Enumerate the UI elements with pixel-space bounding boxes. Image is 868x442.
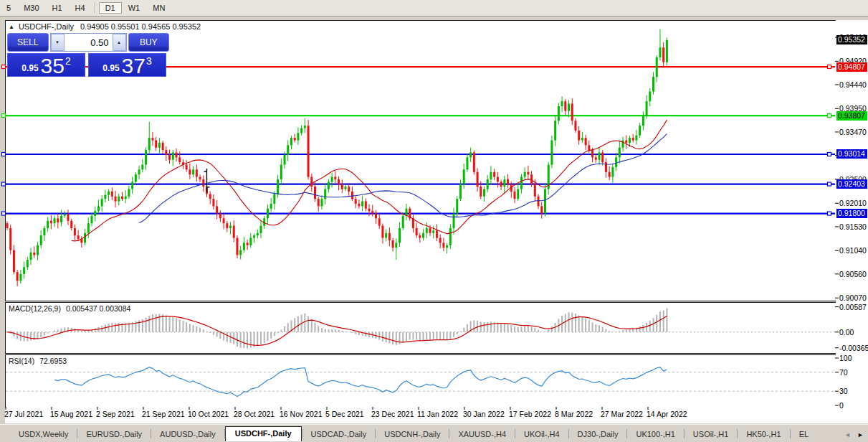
rsi-axis-label: 0	[839, 401, 844, 410]
rsi-value: 72.6953	[39, 357, 67, 365]
time-axis-label: 5 Dec 2021	[325, 410, 364, 418]
rsi-axis-label: 100	[839, 354, 852, 362]
buy-price-sup: 3	[146, 55, 152, 67]
buy-price-button[interactable]: 0.95 37 3	[88, 53, 166, 77]
sell-price-big: 35	[41, 56, 65, 76]
tabs-scroll-left-icon[interactable]: ◄	[844, 431, 851, 439]
time-axis-label: 2 Sep 2021	[96, 410, 135, 418]
rsi-plot	[6, 367, 835, 397]
rsi-axis-label: 30	[839, 387, 848, 395]
macd-plot	[6, 309, 835, 349]
chart-tab-hk50-h1[interactable]: HK50-,H1	[738, 428, 789, 441]
time-axis-label: 27 Mar 2022	[601, 410, 643, 418]
line-handle[interactable]	[2, 114, 6, 118]
trading-app-window: 5M30H1H4D1W1MN ▲USDCHF-,Daily 0.94905 0.…	[0, 0, 868, 442]
macd-name: MACD(12,26,9)	[9, 304, 61, 313]
chart-tab-usdcad-daily[interactable]: USDCAD-,Daily	[302, 428, 376, 441]
volume-stepper: ▼ ▲	[50, 33, 127, 52]
time-axis-label: 16 Nov 2021	[280, 410, 323, 418]
buy-price-big: 37	[122, 56, 146, 76]
line-handle[interactable]	[2, 65, 6, 69]
time-axis-label: 27 Jul 2021	[4, 410, 43, 418]
time-axis-label: 15 Aug 2021	[50, 410, 92, 418]
chart-tab-xauusd-h4[interactable]: XAUUSD-,H4	[449, 428, 515, 441]
price-grid-label: 0.90070	[839, 293, 867, 302]
chart-tab-el[interactable]: EL	[791, 428, 817, 441]
moving-average-line	[72, 120, 667, 241]
sell-button[interactable]: SELL	[7, 33, 49, 52]
time-axis-label: 30 Jan 2022	[463, 410, 505, 418]
hline-price-badge: 0.91800	[836, 209, 867, 218]
buy-button[interactable]: BUY	[128, 33, 170, 52]
line-handle[interactable]	[2, 182, 6, 186]
time-axis-label: 8 Mar 2022	[555, 410, 593, 418]
collapse-arrow-icon[interactable]: ▲	[9, 24, 14, 30]
buy-price-small: 0.95	[102, 63, 119, 73]
tabs-scroll-right-icon[interactable]: ►	[857, 431, 864, 439]
line-handle[interactable]	[828, 114, 831, 118]
sell-price-sup: 2	[65, 55, 71, 67]
macd-label: MACD(12,26,9) 0.005437 0.003084	[9, 304, 130, 313]
sell-price-small: 0.95	[22, 63, 38, 73]
price-grid-label: 0.90560	[839, 270, 867, 278]
rsi-name: RSI(14)	[9, 357, 34, 365]
time-axis-label: 10 Oct 2021	[188, 410, 229, 418]
price-grid-label: 0.91530	[839, 222, 867, 231]
volume-up-button[interactable]: ▲	[113, 34, 126, 51]
time-axis-label: 21 Sep 2021	[142, 410, 185, 418]
volume-input[interactable]	[65, 34, 113, 51]
horizontal-lines	[2, 65, 836, 216]
chart-title: ▲USDCHF-,Daily 0.94905 0.95501 0.94565 0…	[9, 22, 201, 31]
hline-price-badge: 0.94807	[836, 62, 867, 72]
chart-tab-dj30-daily[interactable]: DJ30-,Daily	[569, 428, 627, 441]
rsi-label: RSI(14) 72.6953	[9, 357, 67, 365]
hline-price-badge: 0.93014	[836, 149, 867, 159]
chart-tab-ukoil-h4[interactable]: UKOil-,H4	[515, 428, 568, 441]
rsi-axis-label: 70	[839, 368, 848, 377]
hline-price-badge: 0.93807	[836, 111, 867, 121]
time-axis-label: 11 Jan 2022	[417, 410, 458, 418]
chart-tab-usoil-h1[interactable]: USOil-,H1	[685, 428, 738, 441]
chart-tab-bar: USDX,WeeklyEURUSD-,DailyAUDUSD-,DailyUSD…	[0, 424, 868, 442]
chart-tab-usdcnh-daily[interactable]: USDCNH-,Daily	[376, 428, 449, 441]
price-grid-label: 0.93470	[839, 128, 867, 136]
volume-down-button[interactable]: ▼	[51, 34, 65, 51]
macd-values: 0.005437 0.003084	[66, 304, 131, 313]
line-handle[interactable]	[2, 212, 6, 215]
one-click-trade-panel: SELL ▼ ▲ BUY 0.95 35 2 0.95 37 3	[7, 33, 169, 77]
chart-tab-eurusd-daily[interactable]: EURUSD-,Daily	[77, 428, 151, 441]
chart-tab-usdx-weekly[interactable]: USDX,Weekly	[10, 428, 77, 441]
time-axis-label: 28 Oct 2021	[234, 410, 275, 418]
chart-tab-audusd-daily[interactable]: AUDUSD-,Daily	[151, 428, 224, 441]
line-handle[interactable]	[828, 152, 831, 156]
line-handle[interactable]	[828, 182, 831, 186]
ohlc-values: 0.94905 0.95501 0.94565 0.95352	[80, 22, 201, 31]
line-handle[interactable]	[828, 65, 831, 69]
macd-axis-label: -0.003659	[839, 344, 868, 352]
line-handle[interactable]	[828, 212, 831, 215]
price-grid-label: 0.94440	[839, 80, 867, 89]
price-grid-label: 0.92010	[839, 199, 867, 207]
macd-axis-label: 0.00	[839, 328, 854, 337]
time-axis-label: 17 Feb 2022	[509, 410, 551, 418]
moving-average-line	[139, 133, 667, 222]
time-axis-label: 23 Dec 2021	[371, 410, 414, 418]
symbol-period-label: USDCHF-,Daily	[19, 22, 74, 31]
hline-price-badge: 0.92403	[836, 179, 867, 189]
price-grid-label: 0.91040	[839, 246, 867, 255]
current-price-badge: 0.95352	[836, 35, 867, 44]
chart-tab-usdchf-daily[interactable]: USDCHF-,Daily	[225, 426, 302, 441]
line-handle[interactable]	[2, 152, 6, 156]
time-axis-label: 14 Apr 2022	[647, 410, 687, 418]
chart-tab-uk100-h1[interactable]: UK100-,H1	[627, 428, 683, 441]
sell-price-button[interactable]: 0.95 35 2	[7, 53, 85, 77]
macd-axis-label: 0.00587	[839, 303, 867, 311]
